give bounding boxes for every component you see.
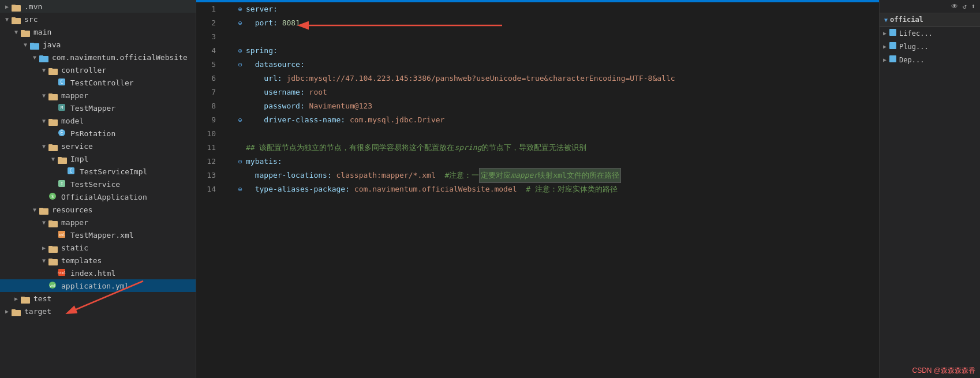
sidebar-item-resources[interactable]: ▼ resources: [0, 203, 196, 216]
gutter-icon: ⊖: [234, 182, 246, 196]
code-line-4: ⊕ spring:: [234, 44, 879, 58]
sidebar-item-mapper-resources[interactable]: ▼ mapper: [0, 216, 196, 229]
svg-rect-9: [39, 55, 43, 57]
code-line-6: url: jdbc:mysql://47.104.223.145:3386/pa…: [234, 72, 879, 85]
sidebar-label: TestMapper.xml: [70, 231, 134, 239]
eye-icon[interactable]: 👁: [951, 2, 958, 10]
line-number: 2: [196, 16, 220, 30]
svg-text:S: S: [51, 194, 54, 199]
sidebar-label: main: [33, 28, 51, 36]
sidebar-item-testmapper[interactable]: M TestMapper: [0, 102, 196, 114]
sidebar-item-java[interactable]: ▼ java: [0, 38, 196, 51]
folder-icon: [12, 15, 22, 23]
sidebar-label: PsRotation: [70, 129, 115, 138]
svg-text:E: E: [61, 130, 63, 136]
code-line-3: [234, 30, 879, 44]
code-token: classpath:mapper/*.xml: [336, 169, 436, 182]
code-token: spring: [454, 141, 481, 155]
line-number: 4: [196, 44, 220, 58]
svg-rect-33: [39, 208, 43, 209]
code-token: spring:: [246, 44, 278, 58]
arrow-icon: ▼: [21, 42, 30, 48]
arrow-icon: ▶: [2, 308, 12, 315]
sidebar-label: mapper: [61, 91, 88, 100]
sidebar-label: Impl: [70, 155, 88, 163]
folder-icon: [21, 294, 31, 302]
sidebar-item-model[interactable]: ▼ model: [0, 114, 196, 127]
sidebar-item-test[interactable]: ▶ test: [0, 292, 196, 305]
svg-rect-19: [48, 119, 53, 121]
line-number: 12: [196, 155, 220, 169]
code-token: server:: [246, 2, 278, 16]
refresh-icon[interactable]: ↺: [963, 2, 967, 10]
code-token: mybatis:: [246, 155, 282, 169]
sidebar-item-testmapperxml[interactable]: xml TestMapper.xml: [0, 229, 196, 241]
entity-icon: E: [58, 129, 68, 139]
yml-icon: yml: [48, 281, 59, 291]
sidebar-label: OfficialApplication: [61, 193, 147, 201]
sidebar-item-mapper[interactable]: ▼ mapper: [0, 89, 196, 102]
arrow-icon: ▼: [2, 16, 12, 23]
panel-title: ▼ official: [880, 13, 980, 27]
sidebar-item-static[interactable]: ▶ static: [0, 241, 196, 254]
code-line-11: ## 该配置节点为独立的节点，有很多同学容易将这个配置放在spring的节点下，…: [234, 141, 879, 155]
arrow-icon: ▶: [39, 245, 48, 251]
line-number: 14: [196, 182, 220, 196]
code-line-1: ⊕ server:: [234, 2, 879, 16]
sidebar-item-service[interactable]: ▼ service: [0, 140, 196, 152]
sidebar-item-testservice[interactable]: I TestService: [0, 178, 196, 190]
sidebar-label: TestServiceImpl: [80, 167, 147, 176]
panel-item-plug[interactable]: ▶ Plug...: [880, 40, 980, 53]
svg-text:yml: yml: [50, 283, 56, 288]
sidebar-item-src[interactable]: ▼ src: [0, 13, 196, 25]
sidebar-item-templates[interactable]: ▼ templates: [0, 254, 196, 267]
folder-icon: [48, 142, 59, 150]
folder-icon: [48, 244, 59, 252]
sidebar-item-impl[interactable]: ▼ Impl: [0, 152, 196, 165]
sidebar-item-main[interactable]: ▼ main: [0, 25, 196, 38]
svg-rect-1: [12, 5, 16, 6]
svg-rect-11: [48, 68, 53, 70]
upload-icon[interactable]: ⬆: [971, 2, 975, 10]
mapper-icon: M: [58, 103, 68, 113]
file-tree[interactable]: ▶ .mvn ▼ src ▼ main ▼ java ▼: [0, 0, 196, 378]
sidebar-item-indexhtml[interactable]: html index.html: [0, 267, 196, 279]
sidebar-item-target[interactable]: ▶ target: [0, 305, 196, 317]
gutter-icon: ⊖: [234, 16, 246, 30]
sidebar-label: resources: [52, 205, 92, 214]
sidebar-label: TestController: [70, 78, 134, 87]
svg-rect-3: [12, 17, 16, 19]
sidebar-item-com[interactable]: ▼ com.navimentum.officialWebsite: [0, 51, 196, 63]
svg-rect-23: [48, 144, 53, 146]
sidebar-item-testcontroller[interactable]: C TestController: [0, 76, 196, 89]
sidebar-item-controller[interactable]: ▼ controller: [0, 63, 196, 76]
svg-text:C: C: [61, 80, 63, 85]
sidebar-item-mvn[interactable]: ▶ .mvn: [0, 0, 196, 13]
panel-item-lifec[interactable]: ▶ Lifec...: [880, 27, 980, 40]
svg-text:M: M: [61, 106, 63, 110]
svg-text:I: I: [61, 182, 63, 186]
panel-item-icon: [889, 42, 897, 51]
sidebar-item-applicationyml[interactable]: yml application.yml: [0, 279, 196, 292]
panel-item-dep[interactable]: ▶ Dep...: [880, 53, 980, 66]
panel-item-icon: [889, 28, 897, 38]
code-editor[interactable]: ⊕ server: ⊖ port: 8081 ⊕ spring: ⊖ datas…: [225, 2, 879, 378]
code-line-10: [234, 127, 879, 141]
code-token: type-aliases-package:: [246, 182, 354, 196]
sidebar-item-testserviceimpl[interactable]: C TestServiceImpl: [0, 165, 196, 178]
svg-rect-53: [889, 42, 896, 49]
code-token: driver-class-name:: [246, 113, 350, 127]
sidebar-label: src: [24, 15, 38, 24]
panel-arrow-icon: ▶: [883, 57, 887, 63]
arrow-icon: ▼: [39, 118, 48, 124]
sidebar-item-officialapplication[interactable]: S OfficialApplication: [0, 190, 196, 203]
code-token: url:: [246, 72, 286, 85]
sidebar-item-psrotation[interactable]: E PsRotation: [0, 127, 196, 140]
svg-text:xml: xml: [59, 233, 65, 237]
folder-icon: [39, 205, 50, 214]
code-token: port:: [246, 16, 282, 30]
svg-rect-5: [21, 30, 25, 32]
line-number: 5: [196, 58, 220, 72]
line-number: 6: [196, 72, 220, 85]
sidebar-label: service: [61, 142, 93, 151]
